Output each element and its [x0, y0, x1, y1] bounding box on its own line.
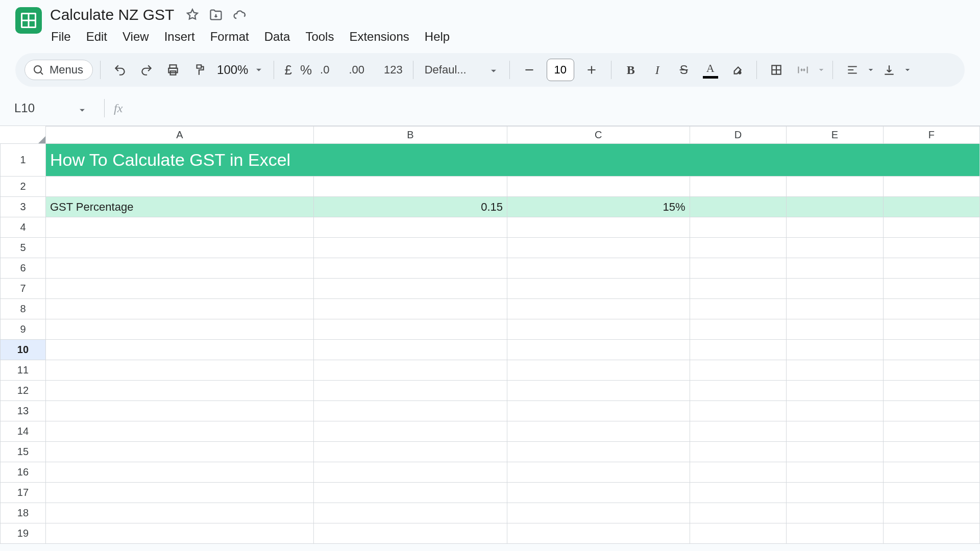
- cell-C3[interactable]: 15%: [507, 197, 690, 217]
- print-button[interactable]: [161, 58, 185, 82]
- cell-E12[interactable]: [787, 381, 883, 401]
- cell-E13[interactable]: [787, 401, 883, 421]
- cell-B13[interactable]: [313, 401, 507, 421]
- cloud-status-icon[interactable]: [232, 8, 247, 22]
- cell-C12[interactable]: [507, 381, 690, 401]
- cell-B17[interactable]: [313, 483, 507, 503]
- name-box[interactable]: L10: [3, 101, 95, 115]
- cell-D5[interactable]: [690, 238, 786, 258]
- cell-B8[interactable]: [313, 299, 507, 319]
- cell-D11[interactable]: [690, 360, 786, 381]
- cell-E10[interactable]: [787, 340, 883, 360]
- row-header-18[interactable]: 18: [1, 503, 46, 523]
- move-to-folder-icon[interactable]: [209, 8, 223, 22]
- undo-button[interactable]: [108, 58, 132, 82]
- cell-A12[interactable]: [45, 381, 313, 401]
- col-header-F[interactable]: F: [883, 127, 979, 144]
- select-all-corner[interactable]: [1, 127, 46, 144]
- vertical-align-button[interactable]: [877, 58, 901, 82]
- cell-F5[interactable]: [883, 238, 979, 258]
- cell-C18[interactable]: [507, 503, 690, 523]
- row-header-1[interactable]: 1: [1, 144, 46, 177]
- menu-file[interactable]: File: [50, 28, 72, 46]
- number-format-button[interactable]: 123: [381, 63, 406, 77]
- cell-C17[interactable]: [507, 483, 690, 503]
- col-header-E[interactable]: E: [787, 127, 883, 144]
- col-header-C[interactable]: C: [507, 127, 690, 144]
- cell-C5[interactable]: [507, 238, 690, 258]
- cell-E3[interactable]: [787, 197, 883, 217]
- menu-extensions[interactable]: Extensions: [348, 28, 410, 46]
- cell-B18[interactable]: [313, 503, 507, 523]
- cell-D16[interactable]: [690, 462, 786, 483]
- cell-A7[interactable]: [45, 279, 313, 299]
- cell-A6[interactable]: [45, 258, 313, 279]
- cell-B5[interactable]: [313, 238, 507, 258]
- cell-D8[interactable]: [690, 299, 786, 319]
- cell-F16[interactable]: [883, 462, 979, 483]
- merge-cells-button[interactable]: [791, 58, 815, 82]
- cell-E7[interactable]: [787, 279, 883, 299]
- cell-A19[interactable]: [45, 523, 313, 544]
- cell-F19[interactable]: [883, 523, 979, 544]
- cell-A14[interactable]: [45, 421, 313, 442]
- menu-tools[interactable]: Tools: [304, 28, 335, 46]
- align-dropdown-icon[interactable]: [867, 66, 875, 74]
- text-color-button[interactable]: A: [698, 58, 723, 82]
- cell-D18[interactable]: [690, 503, 786, 523]
- star-icon[interactable]: [185, 8, 200, 22]
- row-header-10[interactable]: 10: [1, 340, 46, 360]
- cell-D3[interactable]: [690, 197, 786, 217]
- row-header-4[interactable]: 4: [1, 217, 46, 238]
- redo-button[interactable]: [134, 58, 159, 82]
- cell-D17[interactable]: [690, 483, 786, 503]
- strikethrough-button[interactable]: S: [672, 58, 696, 82]
- decrease-font-size-button[interactable]: [517, 58, 542, 82]
- cell-A2[interactable]: [45, 177, 313, 197]
- currency-format-button[interactable]: £: [281, 62, 295, 78]
- menu-view[interactable]: View: [121, 28, 150, 46]
- cell-D15[interactable]: [690, 442, 786, 462]
- cell-C9[interactable]: [507, 319, 690, 340]
- cell-D2[interactable]: [690, 177, 786, 197]
- cell-F8[interactable]: [883, 299, 979, 319]
- font-size-input[interactable]: [547, 59, 574, 81]
- cell-E14[interactable]: [787, 421, 883, 442]
- row-header-2[interactable]: 2: [1, 177, 46, 197]
- borders-button[interactable]: [764, 58, 789, 82]
- cell-D10[interactable]: [690, 340, 786, 360]
- cell-D7[interactable]: [690, 279, 786, 299]
- cell-A16[interactable]: [45, 462, 313, 483]
- row-header-9[interactable]: 9: [1, 319, 46, 340]
- cell-C6[interactable]: [507, 258, 690, 279]
- cell-E15[interactable]: [787, 442, 883, 462]
- cell-F9[interactable]: [883, 319, 979, 340]
- row-header-16[interactable]: 16: [1, 462, 46, 483]
- row-header-5[interactable]: 5: [1, 238, 46, 258]
- cell-D12[interactable]: [690, 381, 786, 401]
- cell-F14[interactable]: [883, 421, 979, 442]
- cell-A13[interactable]: [45, 401, 313, 421]
- menu-edit[interactable]: Edit: [85, 28, 108, 46]
- zoom-dropdown[interactable]: 100%: [214, 63, 266, 77]
- cell-B7[interactable]: [313, 279, 507, 299]
- cell-E11[interactable]: [787, 360, 883, 381]
- fill-color-button[interactable]: [725, 58, 749, 82]
- cell-E2[interactable]: [787, 177, 883, 197]
- row-header-7[interactable]: 7: [1, 279, 46, 299]
- cell-C15[interactable]: [507, 442, 690, 462]
- decrease-decimal-button[interactable]: .0: [317, 63, 344, 77]
- row-header-12[interactable]: 12: [1, 381, 46, 401]
- document-title[interactable]: Calculate NZ GST: [48, 5, 176, 24]
- cell-C8[interactable]: [507, 299, 690, 319]
- cell-F2[interactable]: [883, 177, 979, 197]
- cell-E19[interactable]: [787, 523, 883, 544]
- menu-help[interactable]: Help: [424, 28, 451, 46]
- horizontal-align-button[interactable]: [840, 58, 865, 82]
- cell-F13[interactable]: [883, 401, 979, 421]
- cell-A5[interactable]: [45, 238, 313, 258]
- cell-B11[interactable]: [313, 360, 507, 381]
- cell-F10[interactable]: [883, 340, 979, 360]
- cell-E5[interactable]: [787, 238, 883, 258]
- cell-A3[interactable]: GST Percentage: [45, 197, 313, 217]
